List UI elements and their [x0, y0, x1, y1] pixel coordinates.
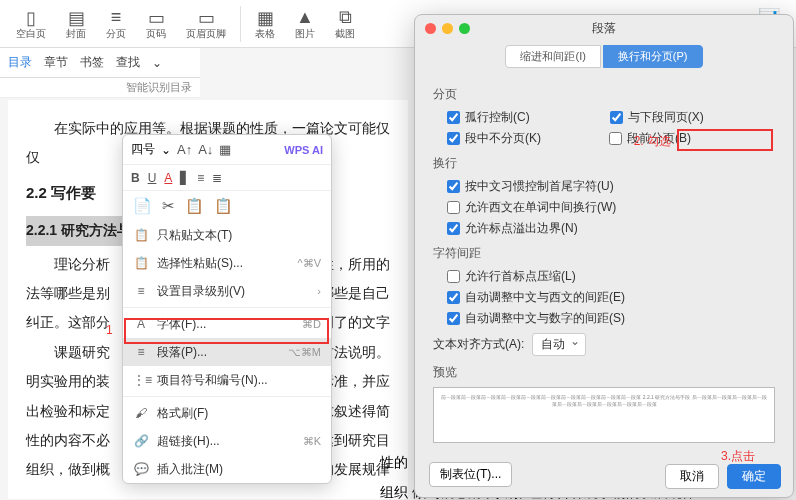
check-keep-together[interactable]: 段中不分页(K) [447, 130, 541, 147]
paste-icon[interactable]: 📋 [185, 197, 204, 215]
paste-special-icon[interactable]: 📋 [214, 197, 233, 215]
para[interactable]: 理论分析 [26, 250, 110, 279]
cancel-button[interactable]: 取消 [665, 464, 719, 489]
check-keep-next[interactable]: 与下段同页(X) [610, 109, 704, 126]
separator [240, 6, 241, 42]
ctx-paragraph[interactable]: ≡段落(P)...⌥⌘M [123, 338, 331, 366]
outline-icon: ≡ [133, 284, 149, 298]
check-cjk-latin-space[interactable]: 自动调整中文与西文的间距(E) [447, 289, 625, 306]
ribbon-cover[interactable]: ▤封面 [60, 5, 92, 43]
wps-ai-button[interactable]: WPS AI [284, 144, 323, 156]
comment-icon: 💬 [133, 462, 149, 476]
table-icon: ▦ [257, 7, 274, 27]
pagenum-icon: ▭ [148, 7, 165, 27]
ribbon-table[interactable]: ▦表格 [249, 5, 281, 43]
dialog-tabs: 缩进和间距(I) 换行和分页(P) [415, 45, 793, 68]
tab-pagination[interactable]: 换行和分页(P) [603, 45, 703, 68]
para[interactable]: 法等哪些是别 [26, 279, 110, 308]
ribbon-image[interactable]: ▲图片 [289, 5, 321, 43]
bullets-icon: ⋮≡ [133, 373, 149, 387]
separator [123, 396, 331, 397]
context-menu: 四号⌄ A↑ A↓ ▦ WPS AI B U A ▋ ≡ ≣ 📄 ✂ 📋 📋 📋… [122, 134, 332, 484]
mini-toolbar: 四号⌄ A↑ A↓ ▦ WPS AI [123, 135, 331, 165]
ribbon-break[interactable]: ≡分页 [100, 5, 132, 43]
para[interactable]: 纠正。这部分 [26, 308, 110, 337]
para[interactable]: 性的 [380, 454, 408, 472]
ribbon-pagenum[interactable]: ▭页码 [140, 5, 172, 43]
cut-icon[interactable]: ✂ [162, 197, 175, 215]
clipboard-icons: 📄 ✂ 📋 📋 [123, 191, 331, 221]
section-wrap: 换行 [433, 155, 775, 172]
annotation-2: 2. 勾选 [634, 133, 671, 150]
ctx-format-painter[interactable]: 🖌格式刷(F) [123, 399, 331, 427]
crop-icon: ⧉ [339, 7, 352, 27]
dialog-title: 段落 [415, 20, 793, 37]
tabstop-button[interactable]: 制表位(T)... [429, 462, 512, 487]
annotation-3: 3.点击 [721, 448, 755, 465]
dialog-body: 分页 孤行控制(C) 与下段同页(X) 段中不分页(K) 段前分页(B) 换行 … [415, 68, 793, 453]
annotation-1: 1 [106, 323, 113, 337]
check-orphan[interactable]: 孤行控制(C) [447, 109, 530, 126]
paragraph-icon: ≡ [133, 345, 149, 359]
mini-toolbar-2: B U A ▋ ≡ ≣ [123, 165, 331, 191]
ok-button[interactable]: 确定 [727, 464, 781, 489]
tab-find[interactable]: 查找 [116, 54, 140, 71]
align-label: 文本对齐方式(A): [433, 336, 524, 353]
align-select[interactable]: 自动 [532, 333, 586, 356]
check-latin-break[interactable]: 允许西文在单词中间换行(W) [447, 199, 616, 216]
tab-chapter[interactable]: 章节 [44, 54, 68, 71]
para[interactable]: 性的内容不必 [26, 426, 110, 455]
ribbon-blank-page[interactable]: ▯空白页 [10, 5, 52, 43]
tab-toc[interactable]: 目录 [8, 54, 32, 71]
ribbon-header[interactable]: ▭页眉页脚 [180, 5, 232, 43]
separator [123, 307, 331, 308]
ctx-paste-special[interactable]: 📋选择性粘贴(S)...^⌘V [123, 249, 331, 277]
underline-icon[interactable]: U [148, 171, 157, 185]
ctx-bullets[interactable]: ⋮≡项目符号和编号(N)... [123, 366, 331, 394]
para[interactable]: 组织，做到概 [26, 455, 110, 484]
copy-icon[interactable]: 📄 [133, 197, 152, 215]
section-pagination: 分页 [433, 86, 775, 103]
ctx-outline-level[interactable]: ≡设置目录级别(V)› [123, 277, 331, 305]
font-size-select[interactable]: 四号 [131, 141, 155, 158]
paste-text-icon: 📋 [133, 228, 149, 242]
cover-icon: ▤ [68, 7, 85, 27]
check-cjk-num-space[interactable]: 自动调整中文与数字的间距(S) [447, 310, 625, 327]
header-icon: ▭ [198, 7, 215, 27]
paste-special-icon: 📋 [133, 256, 149, 270]
grow-font-icon[interactable]: A↑ [177, 142, 192, 157]
side-tabs: 目录 章节 书签 查找 ⌄ [0, 48, 200, 78]
para[interactable]: 明实验用的装 [26, 367, 110, 396]
font-icon: A [133, 317, 149, 331]
tab-indent[interactable]: 缩进和间距(I) [505, 45, 600, 68]
break-icon: ≡ [111, 7, 122, 27]
ctx-hyperlink[interactable]: 🔗超链接(H)...⌘K [123, 427, 331, 455]
section-preview: 预览 [433, 364, 775, 381]
font-color-icon[interactable]: A [164, 171, 172, 185]
chevron-down-icon[interactable]: ⌄ [152, 56, 162, 70]
bold-icon[interactable]: B [131, 171, 140, 185]
para[interactable]: 出检验和标定 [26, 397, 110, 426]
image-icon: ▲ [296, 7, 314, 27]
ctx-font[interactable]: A字体(F)...⌘D [123, 310, 331, 338]
preview-box: 前一段落前一段落前一段落前一段落前一段落前一段落前一段落前一段落前一段落前一段落… [433, 387, 775, 443]
brush-icon: 🖌 [133, 406, 149, 420]
page-icon: ▯ [26, 7, 36, 27]
align-icon[interactable]: ≣ [212, 171, 222, 185]
smart-toc[interactable]: 智能识别目录 [0, 78, 200, 98]
check-cjk-linebreak[interactable]: 按中文习惯控制首尾字符(U) [447, 178, 614, 195]
ctx-paste-text[interactable]: 📋只粘贴文本(T) [123, 221, 331, 249]
ribbon-crop[interactable]: ⧉截图 [329, 5, 361, 43]
dialog-footer: 取消 确定 [665, 464, 781, 489]
para[interactable]: 课题研究 [26, 338, 110, 367]
dialog-titlebar: 段落 [415, 15, 793, 41]
section-spacing: 字符间距 [433, 245, 775, 262]
tab-bookmark[interactable]: 书签 [80, 54, 104, 71]
list-icon[interactable]: ≡ [197, 171, 204, 185]
shrink-font-icon[interactable]: A↓ [198, 142, 213, 157]
ctx-insert-comment[interactable]: 💬插入批注(M) [123, 455, 331, 483]
highlight-icon[interactable]: ▦ [219, 142, 231, 157]
highlight-color-icon[interactable]: ▋ [180, 171, 189, 185]
check-compress-punct[interactable]: 允许行首标点压缩(L) [447, 268, 576, 285]
check-punct-overflow[interactable]: 允许标点溢出边界(N) [447, 220, 578, 237]
